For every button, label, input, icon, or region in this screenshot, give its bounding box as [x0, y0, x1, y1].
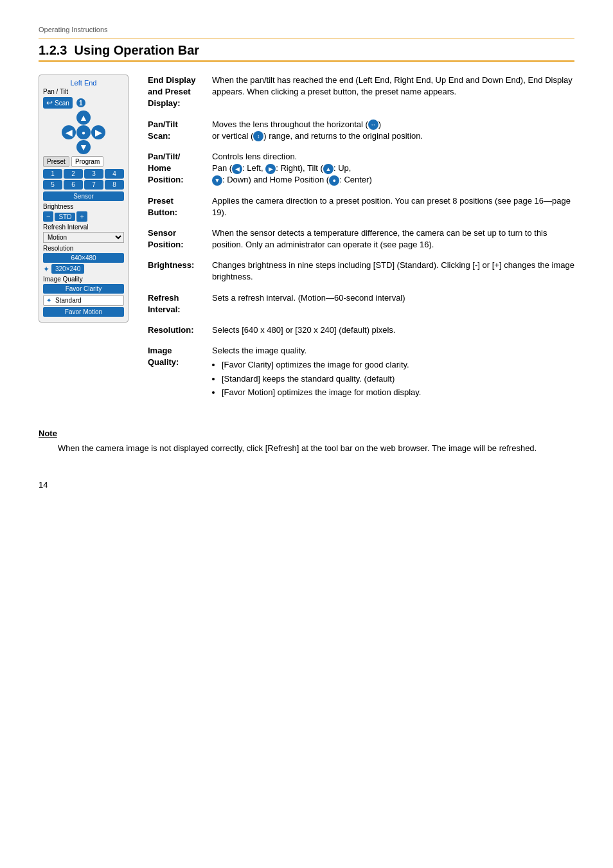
- preset-5[interactable]: 5: [43, 180, 62, 190]
- preset-1[interactable]: 1: [43, 169, 62, 179]
- tilt-down-button[interactable]: ▼: [76, 140, 91, 154]
- res-640-button[interactable]: 640×480: [43, 253, 124, 263]
- operation-bar-panel: Left End Pan / Tilt ↩ Scan 1 ▲ ◀ ● ▶ ▼: [39, 75, 129, 323]
- annotation-refresh-interval: RefreshInterval: Sets a refresh interval…: [148, 292, 574, 315]
- note-title: Note: [39, 429, 574, 438]
- refresh-select[interactable]: Motion: [43, 232, 124, 243]
- breadcrumb: Operating Instructions: [39, 26, 574, 33]
- pan-tilt-label: Pan / Tilt: [43, 88, 68, 95]
- brightness-minus[interactable]: −: [43, 211, 53, 222]
- std-badge: STD: [55, 213, 75, 221]
- annotation-sensor-position: SensorPosition: When the sensor detects …: [148, 227, 574, 251]
- section-title: 1.2.3 Using Operation Bar: [39, 43, 574, 62]
- pan-right-button[interactable]: ▶: [91, 125, 105, 139]
- scan-number-badge: 1: [76, 98, 85, 107]
- left-end-label: Left End: [43, 79, 124, 87]
- annotation-resolution: Resolution: Selects [640 x 480] or [320 …: [148, 324, 574, 336]
- tilt-up-button[interactable]: ▲: [76, 111, 91, 125]
- note-content: When the camera image is not displayed c…: [58, 442, 574, 455]
- annotation-pan-tilt-home: Pan/Tilt/HomePosition: Controls lens dir…: [148, 151, 574, 186]
- res-320-button[interactable]: 320×240: [51, 264, 84, 274]
- preset-numbers-grid: 1 2 3 4 5 6 7 8: [43, 169, 124, 190]
- scan-button[interactable]: ↩ Scan: [43, 97, 73, 109]
- page-number: 14: [39, 480, 574, 490]
- annotation-image-quality: ImageQuality: Selects the image quality.…: [148, 345, 574, 400]
- favor-clarity-button[interactable]: Favor Clarity: [43, 284, 124, 294]
- annotation-brightness: Brightness: Changes brightness in nine s…: [148, 260, 574, 283]
- pan-left-button[interactable]: ◀: [62, 125, 76, 139]
- standard-star-icon: ✦: [46, 297, 51, 304]
- preset-6[interactable]: 6: [64, 180, 83, 190]
- resolution-label: Resolution: [43, 245, 124, 252]
- preset-7[interactable]: 7: [84, 180, 103, 190]
- annotation-pan-tilt-scan: Pan/TiltScan: Moves the lens throughout …: [148, 119, 574, 142]
- preset-4[interactable]: 4: [105, 169, 124, 179]
- preset-8[interactable]: 8: [105, 180, 124, 190]
- note-section: Note When the camera image is not displa…: [39, 429, 574, 455]
- brightness-label: Brightness: [43, 203, 124, 210]
- home-button[interactable]: ●: [76, 125, 91, 139]
- preset-3[interactable]: 3: [84, 169, 103, 179]
- annotation-preset-button: PresetButton: Applies the camera directi…: [148, 195, 574, 218]
- refresh-label: Refresh Interval: [43, 224, 124, 231]
- brightness-plus[interactable]: +: [76, 211, 87, 222]
- direction-pad: ▲ ◀ ● ▶ ▼: [62, 111, 105, 154]
- standard-button[interactable]: Standard: [55, 297, 82, 304]
- divider: [39, 39, 574, 39]
- preset-2[interactable]: 2: [64, 169, 83, 179]
- image-quality-label: Image Quality: [43, 276, 124, 283]
- favor-motion-button[interactable]: Favor Motion: [43, 307, 124, 317]
- annotations-area: End Displayand PresetDisplay: When the p…: [148, 75, 574, 409]
- preset-tab[interactable]: Preset: [43, 156, 69, 167]
- program-tab[interactable]: Program: [71, 156, 103, 167]
- star-icon: ✦: [43, 265, 49, 274]
- sensor-button[interactable]: Sensor: [43, 191, 124, 201]
- annotation-end-display: End Displayand PresetDisplay: When the p…: [148, 75, 574, 110]
